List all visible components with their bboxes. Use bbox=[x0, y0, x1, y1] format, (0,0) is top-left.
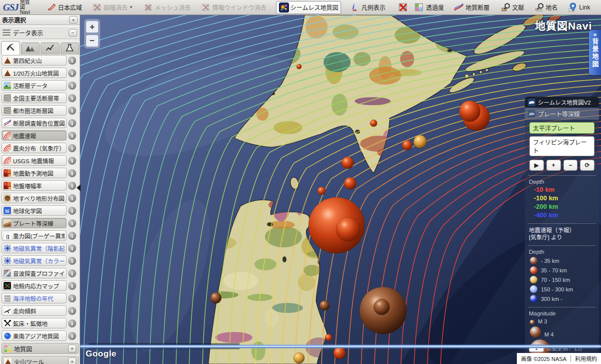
layer-info-button[interactable]: i bbox=[68, 119, 76, 127]
layer-info-button[interactable]: i bbox=[68, 232, 76, 240]
layer-item-11[interactable]: 地すべり地形分布図 bbox=[2, 193, 67, 203]
map-canvas[interactable]: 地質図Navi + − « 背景地図 シームレス地質図V2 プレート等深線 太平… bbox=[80, 15, 601, 364]
layer-info-button[interactable]: i bbox=[68, 294, 76, 302]
layer-item-6[interactable]: 地震速報 bbox=[2, 130, 67, 141]
toolbar-button-street-person[interactable] bbox=[598, 1, 601, 14]
data-display-minimize-button[interactable]: − bbox=[69, 29, 77, 37]
zoom-in-button[interactable]: + bbox=[86, 21, 99, 33]
layer-item-10[interactable]: 地盤増幅率 bbox=[2, 180, 67, 191]
layer-info-button[interactable]: i bbox=[68, 219, 76, 227]
depth-sphere-swatch bbox=[530, 266, 537, 274]
layer-item-7[interactable]: 震央分布（気象庁） bbox=[2, 143, 67, 153]
layer-info-button[interactable]: i bbox=[68, 94, 76, 102]
layer-info-button[interactable]: i bbox=[68, 132, 76, 140]
earthquake-marker[interactable] bbox=[344, 177, 356, 189]
plate-button-1[interactable]: フィリピン海プレート bbox=[529, 136, 594, 156]
toolbar-button-seamless-map[interactable]: シームレス地質図 bbox=[276, 1, 342, 14]
layer-item-0[interactable]: 第四紀火山 bbox=[2, 55, 67, 66]
panel-title-bar[interactable]: シームレス地質図V2 bbox=[525, 97, 599, 108]
layer-info-button[interactable]: i bbox=[68, 194, 76, 202]
toolbar-button-japan-wide[interactable]: 日本広域 bbox=[44, 1, 85, 14]
earthquake-marker[interactable] bbox=[374, 299, 390, 315]
layer-item-8[interactable]: USGS 地震情報 bbox=[2, 155, 67, 166]
layer-item-9[interactable]: 地震動予測地図 bbox=[2, 168, 67, 178]
sidebar-collapse-button[interactable]: « bbox=[69, 16, 78, 24]
tab-pickaxe[interactable] bbox=[1, 41, 20, 55]
layer-item-12[interactable]: Si地球化学図 bbox=[2, 205, 67, 216]
earthquake-marker[interactable] bbox=[318, 187, 326, 195]
depth-sphere-swatch bbox=[530, 295, 537, 302]
layer-item-2[interactable]: 活断層データ bbox=[2, 80, 67, 91]
earthquake-marker[interactable] bbox=[336, 217, 360, 241]
terms-link[interactable]: 利用規約 bbox=[571, 354, 601, 362]
layer-info-button[interactable]: i bbox=[68, 319, 76, 327]
earthquake-marker[interactable] bbox=[293, 352, 305, 363]
toolbar-button-link[interactable]: Link bbox=[565, 1, 593, 14]
layer-info-button[interactable]: i bbox=[68, 307, 76, 315]
earthquake-marker[interactable] bbox=[459, 101, 480, 122]
layer-item-15[interactable]: 地磁気異常（陰影起伏） bbox=[2, 243, 67, 253]
plate-button-0[interactable]: 太平洋プレート bbox=[529, 122, 594, 134]
xcolor-icon bbox=[398, 3, 408, 13]
layer-info-button[interactable]: i bbox=[68, 69, 76, 77]
layer-info-button[interactable]: i bbox=[68, 207, 76, 215]
layer-item-4[interactable]: 都市圏活断層図 bbox=[2, 105, 67, 116]
layer-info-button[interactable]: i bbox=[68, 157, 76, 165]
toolbar-button-literature[interactable]: 文献 bbox=[498, 1, 527, 14]
background-map-tab[interactable]: « 背景地図 bbox=[589, 30, 601, 75]
plate-minus-button[interactable]: − bbox=[563, 160, 578, 171]
layer-info-button[interactable]: i bbox=[68, 244, 76, 252]
earthquake-marker[interactable] bbox=[334, 347, 346, 359]
earthquake-marker[interactable] bbox=[370, 120, 377, 127]
toolbar-button-geo-fault[interactable]: 地質断層 bbox=[451, 1, 492, 14]
tab-graph[interactable] bbox=[41, 43, 60, 55]
toolbar-button-label: 図幅消去 bbox=[104, 3, 128, 12]
toolbar-button-transparency[interactable]: 透過度 bbox=[412, 1, 446, 14]
plate-depth-title: Depth bbox=[529, 179, 599, 185]
layer-info-button[interactable]: i bbox=[68, 257, 76, 265]
layer-item-17[interactable]: 音波探査プロファイル bbox=[2, 268, 67, 278]
layer-item-18[interactable]: 地殻内応力マップ bbox=[2, 280, 67, 291]
tab-mountain[interactable] bbox=[21, 43, 40, 55]
layer-info-button[interactable]: i bbox=[68, 269, 76, 277]
layer-info-button[interactable]: i bbox=[68, 144, 76, 152]
layer-item-21[interactable]: 鉱床・鉱徴地 bbox=[2, 318, 67, 328]
layer-info-button[interactable]: i bbox=[68, 107, 76, 115]
earthquake-marker[interactable] bbox=[296, 64, 302, 69]
layer-info-button[interactable]: i bbox=[68, 169, 76, 177]
layer-info-button[interactable]: i bbox=[68, 182, 76, 190]
gsj-logo[interactable]: GSJ 地質図 Navi bbox=[3, 0, 30, 15]
plate-plus-button[interactable]: + bbox=[546, 160, 561, 171]
layer-info-button[interactable]: i bbox=[68, 332, 76, 340]
layer-item-13[interactable]: プレート等深線 bbox=[2, 218, 67, 228]
layer-item-5[interactable]: 断層調査報告位置図 bbox=[2, 118, 67, 128]
earthquake-marker[interactable] bbox=[402, 140, 412, 150]
layer-info-button[interactable]: i bbox=[68, 282, 76, 290]
layer-info-button[interactable]: i bbox=[68, 57, 76, 65]
earthquake-marker[interactable] bbox=[414, 135, 427, 148]
toolbar-button-place-name[interactable]: 地名地名 bbox=[532, 1, 560, 14]
plate-refresh-button[interactable]: ⟳ bbox=[580, 160, 594, 171]
section-0[interactable]: 地質図+ bbox=[2, 343, 79, 354]
tab-flask[interactable] bbox=[61, 43, 80, 55]
sidebar-collapse-arrow[interactable] bbox=[77, 184, 81, 191]
toolbar-button-legend-show[interactable]: i凡例表示 bbox=[347, 1, 388, 14]
earthquake-marker[interactable] bbox=[320, 300, 330, 310]
toolbar-button-legend-clear[interactable] bbox=[396, 1, 411, 14]
layer-info-button[interactable]: i bbox=[68, 82, 76, 90]
section-1[interactable]: 火山ツール+ bbox=[2, 356, 79, 364]
zoom-out-button[interactable]: − bbox=[86, 35, 99, 47]
layer-item-1[interactable]: 1/20万火山地質図 bbox=[2, 68, 67, 78]
layer-item-20[interactable]: 走向傾斜 bbox=[2, 305, 67, 316]
layer-item-19[interactable]: 海洋地殻の年代 bbox=[2, 293, 67, 303]
earthquake-marker[interactable] bbox=[342, 157, 354, 169]
layer-item-3[interactable]: 全国主要活断層帯 bbox=[2, 93, 67, 103]
section-expand-button[interactable]: + bbox=[68, 344, 76, 352]
layer-item-22[interactable]: 東南アジア地質図 bbox=[2, 330, 67, 341]
layer-item-16[interactable]: 地磁気異常（カラー起伏 bbox=[2, 255, 67, 266]
section-expand-button[interactable]: + bbox=[68, 357, 76, 364]
layer-item-14[interactable]: g重力図(ブーゲー異常) bbox=[2, 230, 67, 241]
plate-play-button[interactable]: ▶ bbox=[529, 160, 544, 171]
earthquake-marker[interactable] bbox=[210, 292, 221, 303]
earthquake-marker[interactable] bbox=[325, 334, 332, 341]
